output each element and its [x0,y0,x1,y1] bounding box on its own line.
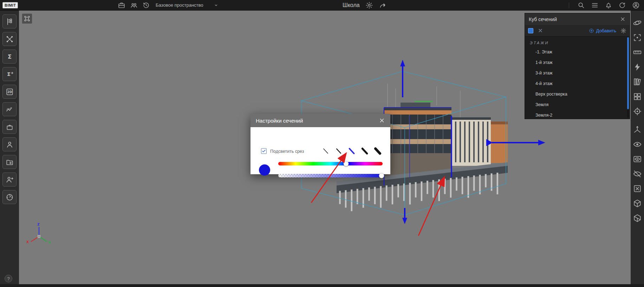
focus-tool[interactable] [633,107,642,116]
floor-item[interactable]: -1. Этаж [525,47,630,57]
eye-off-icon [633,169,642,178]
hue-slider-thumb[interactable] [344,161,349,167]
floor-item[interactable]: 4-й этаж [525,78,630,89]
library-icon [633,77,642,86]
history-icon [142,1,150,9]
menu-button[interactable] [591,1,599,9]
visibility-tool[interactable] [633,140,642,149]
scrollbar-thumb[interactable] [627,37,629,109]
thickness-option-4[interactable] [360,146,369,156]
bottom-bar [0,284,644,287]
axes-tool[interactable] [633,125,642,134]
frame-select-tool[interactable] [633,33,642,42]
opacity-slider-thumb[interactable] [379,173,384,178]
hue-slider[interactable] [278,162,383,165]
search-button[interactable] [577,1,585,9]
left-toolbar: ΣΣ2D [0,11,19,284]
notifications-button[interactable] [605,1,612,9]
section-cube-tool[interactable] [633,214,642,223]
hide-tool[interactable] [633,169,642,178]
sigma-plus-icon: Σ [6,70,14,78]
help-button[interactable]: ? [5,275,12,282]
team-icon [130,1,138,9]
plus-circle-icon [589,28,594,33]
check-icon [262,149,266,153]
modal-title: Настройки сечений [256,118,303,124]
project-settings-button[interactable] [365,1,373,9]
opacity-gradient [278,174,383,177]
plugins-tool[interactable] [2,120,17,134]
clash-detection-tool[interactable] [2,32,17,46]
drawings-2d-tool[interactable]: 2D [2,85,17,99]
bell-icon [605,1,612,9]
person-add-icon [6,176,14,184]
history-button[interactable] [142,1,150,9]
thickness-option-2[interactable] [334,146,343,156]
totals-tool[interactable]: Σ [2,50,17,64]
cube-tool[interactable] [633,199,642,208]
gear-icon [365,1,373,9]
account-button[interactable] [632,1,640,9]
totals-add-tool[interactable]: Σ [2,67,17,81]
section-settings-icon[interactable] [620,28,626,34]
user-circle-icon [632,1,640,9]
projects-button[interactable] [118,1,125,9]
search-icon [577,1,585,9]
floor-list: -1. Этаж1-й этаж3-й этаж4-й этажВерх рос… [525,47,630,119]
workspace-label: Базовое пространство [156,2,203,8]
floor-item[interactable]: Верх ростверка [525,89,630,99]
cube-icon [633,199,642,208]
eye-box-icon [633,155,642,164]
restore-icon [618,1,626,9]
modal-body: Подсветить срез [251,127,390,174]
add-section-button[interactable]: Добавить [589,28,616,33]
orbit-tool[interactable] [633,18,642,27]
active-section-chip[interactable] [528,28,533,33]
floor-item[interactable]: Земля-2 [525,110,630,119]
charts-icon [6,105,14,113]
highlight-slice-checkbox[interactable] [261,148,267,154]
floor-item[interactable]: Земля [525,99,630,110]
profile-tool[interactable] [2,137,17,151]
dashboard-tool[interactable] [2,190,17,204]
measure-tool[interactable] [633,48,642,57]
opacity-slider[interactable] [278,174,383,177]
team-button[interactable] [130,1,138,9]
export-tool[interactable] [2,155,17,169]
right-toolbar [631,11,644,284]
clash-lightning-tool[interactable] [633,63,642,72]
tree-icon [6,18,14,26]
thickness-option-3[interactable] [347,146,356,156]
frame-select-icon [633,33,642,42]
analytics-tool[interactable] [2,102,17,116]
folder-share-icon [6,158,14,166]
restore-view-button[interactable] [618,1,626,9]
topbar-right-icons [569,1,640,9]
collaboration-tool[interactable] [2,172,17,187]
remove-section-tool[interactable] [633,184,642,193]
clear-section-icon[interactable] [538,28,543,33]
workspace-dropdown[interactable]: Базовое пространство [156,2,219,8]
floor-item[interactable]: 3-й этаж [525,68,630,78]
visibility-box-tool[interactable] [633,155,642,164]
measure-icon [633,48,642,57]
share-button[interactable] [379,1,386,9]
grid-tool[interactable] [633,92,642,101]
plus-circle-icon [589,28,594,33]
floor-item[interactable]: 1-й этаж [525,57,630,68]
thickness-option-5[interactable] [373,146,382,156]
section-settings-modal: Настройки сечений Подсветить срез [251,114,390,174]
app-logo[interactable]: BIMIT [2,2,18,8]
two-d-icon: 2D [6,88,14,96]
library-tool[interactable] [633,77,642,86]
model-structure-tool[interactable] [2,14,17,28]
thickness-option-1[interactable] [321,146,330,156]
panel-toolbar: Добавить [525,25,630,37]
close-icon[interactable] [379,117,385,124]
svg-text:2D: 2D [7,90,12,93]
close-icon[interactable] [620,16,626,22]
chevron-down-icon [213,2,219,8]
fit-view-button[interactable] [22,13,32,24]
panel-scrollbar[interactable] [627,37,629,118]
fit-view-icon [24,15,31,22]
